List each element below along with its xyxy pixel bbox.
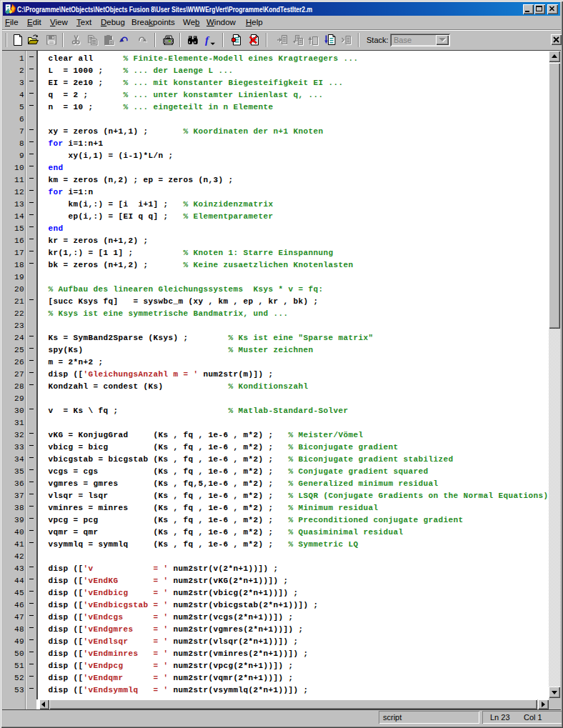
svg-text:f: f [205,34,210,46]
